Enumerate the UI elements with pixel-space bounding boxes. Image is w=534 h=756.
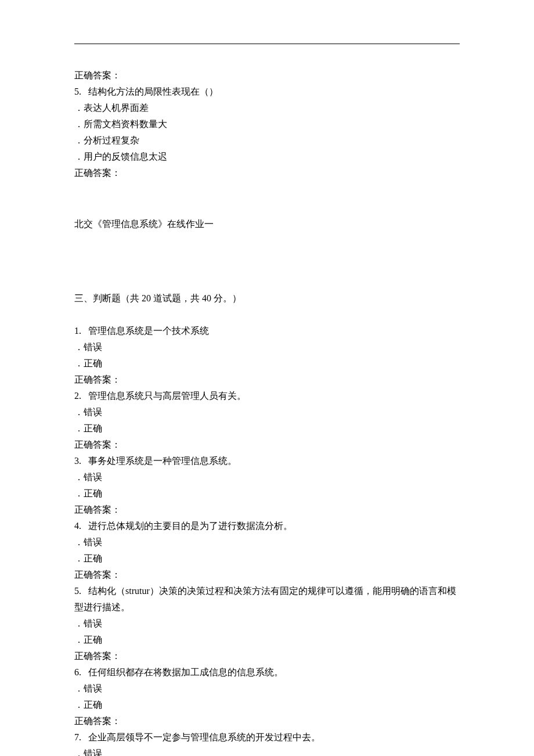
tf-q3-num: 3. <box>74 456 81 466</box>
tf-q3-opt-b: ．正确 <box>74 485 460 502</box>
tf-question-1: 1. 管理信息系统是一个技术系统 <box>74 323 460 339</box>
tf-q2-text: 管理信息系统只与高层管理人员有关。 <box>88 391 246 401</box>
tf-q3-answer-label: 正确答案： <box>74 502 460 518</box>
mc-q5-opt-a-text: 表达人机界面差 <box>84 103 149 113</box>
mc-question-5: 5. 结构化方法的局限性表现在（） <box>74 84 460 100</box>
tf-q2-opt-b: ．正确 <box>74 420 460 437</box>
section-3-heading: 三、判断题（共 20 道试题，共 40 分。） <box>74 290 460 307</box>
prev-answer-label: 正确答案： <box>74 67 460 84</box>
tf-q4-opt-a: ．错误 <box>74 534 460 550</box>
tf-q2-answer-label: 正确答案： <box>74 437 460 453</box>
tf-q5-answer-label: 正确答案： <box>74 648 460 664</box>
tf-q2-opt-a: ．错误 <box>74 404 460 420</box>
tf-question-2: 2. 管理信息系统只与高层管理人员有关。 <box>74 388 460 404</box>
tf-q1-opt-b-text: 正确 <box>84 358 102 368</box>
tf-q6-text: 任何组织都存在将数据加工成信息的信息系统。 <box>88 667 283 677</box>
tf-q5-text: 结构化（strutur）决策的决策过程和决策方法有固定的规律可以遵循，能用明确的… <box>74 586 456 612</box>
tf-q3-opt-b-text: 正确 <box>84 488 102 498</box>
assignment-title: 北交《管理信息系统》在线作业一 <box>74 216 460 232</box>
tf-q7-num: 7. <box>74 732 81 742</box>
tf-q2-opt-b-text: 正确 <box>84 423 102 433</box>
mc-q5-opt-d-text: 用户的反馈信息太迟 <box>84 152 167 161</box>
mc-q5-opt-b-text: 所需文档资料数量大 <box>84 119 167 129</box>
tf-q5-opt-b: ．正确 <box>74 632 460 648</box>
tf-q5-opt-a-text: 错误 <box>84 618 102 628</box>
tf-q3-text: 事务处理系统是一种管理信息系统。 <box>88 456 237 466</box>
tf-question-4: 4. 进行总体规划的主要目的是为了进行数据流分析。 <box>74 518 460 534</box>
mc-q5-opt-c: ．分析过程复杂 <box>74 132 460 149</box>
tf-q1-opt-a: ．错误 <box>74 339 460 355</box>
mc-q5-text: 结构化方法的局限性表现在（） <box>88 87 218 96</box>
mc-q5-opt-d: ．用户的反馈信息太迟 <box>74 149 460 165</box>
tf-q2-num: 2. <box>74 391 81 401</box>
tf-q3-opt-a: ．错误 <box>74 469 460 485</box>
tf-q5-opt-b-text: 正确 <box>84 635 102 645</box>
tf-q1-answer-label: 正确答案： <box>74 372 460 388</box>
tf-q4-opt-a-text: 错误 <box>84 537 102 547</box>
tf-q4-num: 4. <box>74 521 81 531</box>
tf-q7-opt-a: ．错误 <box>74 746 460 756</box>
tf-q6-opt-a: ．错误 <box>74 681 460 697</box>
tf-q3-opt-a-text: 错误 <box>84 472 102 482</box>
tf-q6-num: 6. <box>74 667 81 677</box>
tf-q4-text: 进行总体规划的主要目的是为了进行数据流分析。 <box>88 521 293 531</box>
tf-q1-opt-b: ．正确 <box>74 355 460 372</box>
tf-question-6: 6. 任何组织都存在将数据加工成信息的信息系统。 <box>74 664 460 681</box>
mc-q5-num: 5. <box>74 87 81 96</box>
tf-q1-opt-a-text: 错误 <box>84 342 102 352</box>
tf-q4-opt-b: ．正确 <box>74 550 460 567</box>
tf-q7-opt-a-text: 错误 <box>84 748 102 756</box>
tf-q1-num: 1. <box>74 326 81 336</box>
tf-question-7: 7. 企业高层领导不一定参与管理信息系统的开发过程中去。 <box>74 729 460 746</box>
horizontal-divider <box>74 44 460 44</box>
tf-q5-num: 5. <box>74 586 81 596</box>
tf-q6-opt-b: ．正确 <box>74 697 460 713</box>
tf-q7-text: 企业高层领导不一定参与管理信息系统的开发过程中去。 <box>88 732 320 742</box>
tf-question-5: 5. 结构化（strutur）决策的决策过程和决策方法有固定的规律可以遵循，能用… <box>74 583 460 615</box>
mc-q5-opt-a: ．表达人机界面差 <box>74 100 460 116</box>
mc-q5-opt-c-text: 分析过程复杂 <box>84 135 139 145</box>
tf-q5-opt-a: ．错误 <box>74 615 460 632</box>
mc-q5-opt-b: ．所需文档资料数量大 <box>74 116 460 132</box>
tf-q4-opt-b-text: 正确 <box>84 553 102 563</box>
tf-q6-opt-b-text: 正确 <box>84 700 102 710</box>
tf-q4-answer-label: 正确答案： <box>74 567 460 583</box>
tf-question-3: 3. 事务处理系统是一种管理信息系统。 <box>74 453 460 469</box>
tf-q1-text: 管理信息系统是一个技术系统 <box>88 326 209 336</box>
tf-q2-opt-a-text: 错误 <box>84 407 102 417</box>
tf-q6-answer-label: 正确答案： <box>74 713 460 729</box>
tf-q6-opt-a-text: 错误 <box>84 683 102 693</box>
mc-q5-answer-label: 正确答案： <box>74 165 460 181</box>
